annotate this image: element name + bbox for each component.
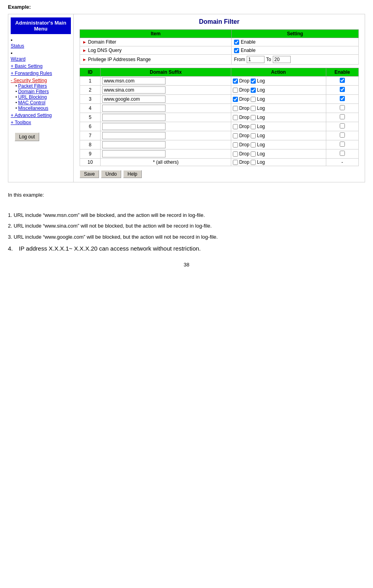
table-row: ► Domain Filter Enable (80, 38, 359, 46)
enable-checkbox-7[interactable] (340, 132, 345, 138)
enable-checkbox-5[interactable] (340, 114, 345, 119)
col-action: Action (231, 68, 326, 77)
privilege-ip-to-input[interactable] (273, 56, 291, 63)
table-row: 6 Drop Log (80, 122, 359, 131)
sidebar-link-basic-setting[interactable]: + Basic Setting (11, 63, 71, 69)
domain-suffix-input-1[interactable] (102, 77, 166, 84)
log-checkbox-6[interactable] (251, 124, 256, 129)
sidebar-section-status: • Status (11, 37, 71, 49)
drop-checkbox-3[interactable] (233, 97, 238, 102)
log-checkbox-8[interactable] (251, 142, 256, 147)
domain-suffix-input-4[interactable] (102, 105, 166, 112)
save-button[interactable]: Save (80, 170, 99, 178)
sidebar-link-toolbox[interactable]: + Toolbox (11, 120, 71, 125)
table-row: 2 Drop Log (80, 86, 359, 95)
drop-checkbox-6[interactable] (233, 124, 238, 129)
domain-suffix-input-9[interactable] (102, 150, 166, 157)
drop-checkbox-5[interactable] (233, 115, 238, 120)
sidebar-section-wizard: • Wizard (11, 50, 71, 62)
example-heading: Example: (8, 4, 365, 10)
text-item-2: 2. URL include “www.sina.com” will not b… (8, 221, 365, 230)
table-row: 3 Drop Log (80, 95, 359, 104)
drop-checkbox-1[interactable] (233, 79, 238, 84)
table-row: ► Privilege IP Addresses Range From To (80, 55, 359, 65)
text-item-4: 4. IP address X.X.X.1~ X.X.X.20 can acce… (8, 243, 365, 254)
sidebar-item-domain-filters: • Domain Filters (15, 89, 71, 94)
table-row: 1 Drop Log (80, 77, 359, 86)
enable-checkbox-4[interactable] (340, 105, 345, 110)
log-checkbox-9[interactable] (251, 151, 256, 157)
enable-checkbox-1[interactable] (340, 78, 345, 83)
log-checkbox-1[interactable] (251, 79, 256, 84)
table-row: ► Log DNS Query Enable (80, 46, 359, 55)
domain-filter-enable-checkbox[interactable] (234, 40, 239, 45)
sidebar-link-security-setting[interactable]: - Security Setting (11, 78, 71, 83)
sidebar-item-mac-control: • MAC Control (15, 100, 71, 105)
log-checkbox-10[interactable] (251, 160, 256, 165)
enable-checkbox-9[interactable] (340, 151, 345, 156)
page-title: Domain Filter (80, 18, 359, 25)
enable-checkbox-3[interactable] (340, 96, 345, 101)
help-button[interactable]: Help (123, 170, 142, 178)
log-checkbox-5[interactable] (251, 115, 256, 120)
arrow-icon: ► (82, 57, 87, 62)
domain-suffix-input-7[interactable] (102, 132, 166, 139)
sidebar-link-url-blocking[interactable]: URL Blocking (18, 94, 47, 100)
domain-suffix-input-2[interactable] (102, 86, 166, 94)
log-checkbox-7[interactable] (251, 133, 256, 138)
table-row: 5 Drop Log (80, 113, 359, 122)
sidebar-link-forwarding-rules[interactable]: + Forwarding Rules (11, 71, 71, 76)
sidebar-item-url-blocking: • URL Blocking (15, 94, 71, 100)
sidebar-section-basic: + Basic Setting (11, 63, 71, 69)
logout-button[interactable]: Log out (15, 132, 39, 141)
drop-checkbox-8[interactable] (233, 142, 238, 147)
sidebar-link-wizard[interactable]: Wizard (11, 56, 71, 62)
drop-checkbox-4[interactable] (233, 106, 238, 111)
text-item-1: 1. URL include “www.msn.com” will be blo… (8, 211, 365, 220)
log-checkbox-2[interactable] (251, 88, 256, 93)
drop-checkbox-10[interactable] (233, 160, 238, 165)
sidebar-link-packet-filters[interactable]: Packet Filters (18, 83, 47, 89)
col-enable: Enable (326, 68, 358, 77)
arrow-icon: ► (82, 48, 87, 53)
sidebar-link-status[interactable]: Status (11, 43, 71, 49)
page-number: 38 (8, 262, 365, 268)
intro-text: In this example: (8, 190, 365, 199)
sidebar-section-advanced: + Advanced Setting (11, 113, 71, 118)
drop-checkbox-7[interactable] (233, 133, 238, 138)
enable-checkbox-2[interactable] (340, 87, 345, 92)
text-item-3: 3. URL include “www.google.com” will be … (8, 232, 365, 241)
log-checkbox-4[interactable] (251, 106, 256, 111)
drop-checkbox-9[interactable] (233, 151, 238, 157)
sidebar-item-packet-filters: • Packet Filters (15, 83, 71, 89)
sidebar-link-mac-control[interactable]: MAC Control (18, 100, 46, 105)
sidebar-section-forwarding: + Forwarding Rules (11, 71, 71, 76)
enable-checkbox-6[interactable] (340, 123, 345, 128)
table-row: 9 Drop Log (80, 149, 359, 159)
sidebar-link-domain-filters[interactable]: Domain Filters (18, 89, 49, 94)
sidebar: Administrator's Main Menu • Status • Wiz… (8, 14, 74, 182)
log-checkbox-3[interactable] (251, 97, 256, 102)
col-domain-suffix: Domain Suffix (101, 68, 231, 77)
sidebar-link-miscellaneous[interactable]: Miscellaneous (18, 105, 48, 111)
sidebar-link-advanced-setting[interactable]: + Advanced Setting (11, 113, 71, 118)
domain-suffix-input-6[interactable] (102, 123, 166, 130)
text-content: In this example: 1. URL include “www.msn… (8, 190, 365, 254)
domain-suffix-table: ID Domain Suffix Action Enable 1 (80, 68, 359, 166)
domain-suffix-input-3[interactable] (102, 96, 166, 103)
col-item: Item (80, 30, 232, 38)
table-row: 8 Drop Log (80, 140, 359, 149)
drop-checkbox-2[interactable] (233, 88, 238, 93)
col-id: ID (80, 68, 101, 77)
privilege-ip-from-input[interactable] (247, 56, 265, 63)
col-setting: Setting (232, 30, 359, 38)
sidebar-section-security: - Security Setting • Packet Filters • Do… (11, 78, 71, 111)
undo-button[interactable]: Undo (101, 170, 121, 178)
enable-checkbox-8[interactable] (340, 142, 345, 147)
action-buttons: Save Undo Help (80, 170, 359, 178)
domain-suffix-input-5[interactable] (102, 114, 166, 121)
table-row: 4 Drop Log (80, 104, 359, 113)
domain-suffix-input-8[interactable] (102, 141, 166, 148)
sidebar-title: Administrator's Main Menu (11, 17, 71, 34)
log-dns-enable-checkbox[interactable] (234, 48, 239, 53)
